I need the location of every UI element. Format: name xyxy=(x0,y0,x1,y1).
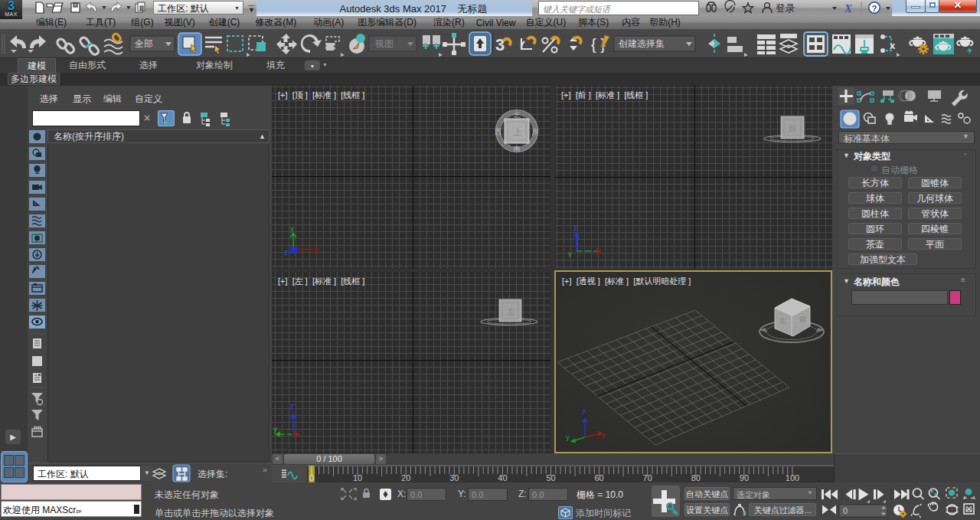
svg-text:0: 0 xyxy=(309,473,314,482)
svg-text:左: 左 xyxy=(779,317,786,325)
svg-text:80: 80 xyxy=(691,473,701,482)
svg-text:z: z xyxy=(583,408,586,415)
svg-text:10: 10 xyxy=(353,473,362,482)
svg-text:z: z xyxy=(284,248,288,256)
svg-text:90: 90 xyxy=(740,473,749,482)
svg-text:60: 60 xyxy=(594,473,603,482)
svg-text:?: ? xyxy=(872,4,877,13)
svg-text:左: 左 xyxy=(507,307,515,316)
svg-text:南: 南 xyxy=(514,145,521,152)
svg-text:创建选择集: 创建选择集 xyxy=(618,38,665,49)
svg-text:全部: 全部 xyxy=(135,38,153,49)
svg-text:3: 3 xyxy=(495,35,505,54)
svg-text:z: z xyxy=(573,225,577,232)
svg-text:70: 70 xyxy=(643,473,652,482)
svg-text:y: y xyxy=(273,425,277,433)
svg-text:y: y xyxy=(568,250,572,257)
svg-text:y: y xyxy=(290,225,294,233)
svg-text:视图: 视图 xyxy=(374,38,394,49)
svg-text:登录: 登录 xyxy=(776,3,795,14)
svg-text:40: 40 xyxy=(498,473,507,482)
svg-text:x: x xyxy=(602,431,605,439)
svg-text:X: X xyxy=(844,2,853,15)
svg-text:东: 东 xyxy=(531,128,539,136)
svg-text:0: 0 xyxy=(843,506,848,515)
svg-text:20: 20 xyxy=(401,473,410,482)
svg-text:100: 100 xyxy=(786,473,799,482)
svg-text:上: 上 xyxy=(513,127,521,136)
svg-text:y: y xyxy=(566,433,570,441)
svg-text:30: 30 xyxy=(449,473,459,482)
svg-text:50: 50 xyxy=(546,473,555,482)
svg-text:x: x xyxy=(890,40,896,51)
svg-text:前: 前 xyxy=(788,124,797,133)
svg-text:西: 西 xyxy=(495,128,501,136)
svg-text:前: 前 xyxy=(799,316,806,323)
svg-text:北: 北 xyxy=(514,111,521,119)
svg-text:z: z xyxy=(290,404,294,410)
